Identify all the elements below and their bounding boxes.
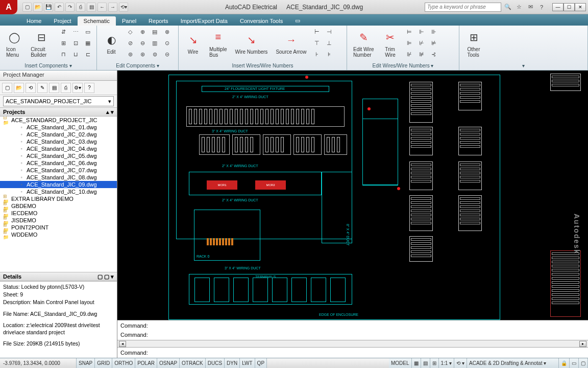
status-toggle-otrack[interactable]: OTRACK [180,358,206,368]
ribbon-small-btn[interactable]: ⊡ [70,38,81,49]
tree-file[interactable]: ▫ACE_Standard_JIC_08.dwg [0,174,117,181]
ribbon-small-btn[interactable]: ⊰ [428,50,439,60]
tab-output-icon[interactable]: ▭ [289,16,306,26]
infocenter-satellite-icon[interactable]: ✉ [526,3,535,12]
ribbon-small-btn[interactable]: ⊖ [137,38,148,49]
status-toggle-polar[interactable]: POLAR [135,358,157,368]
tree-folder[interactable]: ⊞ 📁POINT2POINT [0,224,117,231]
scroll-left-icon[interactable]: ◂ [119,341,126,347]
minimize-button[interactable]: — [552,3,564,11]
status-toggle-grid[interactable]: GRID [95,358,112,368]
ribbon-small-btn[interactable]: ⊛ [137,50,148,60]
status-misc-2-icon[interactable]: ▤ [421,358,430,368]
tree-file[interactable]: ▫ACE_Standard_JIC_06.dwg [0,159,117,167]
ribbon-small-btn[interactable]: ⊢ [311,27,323,37]
status-tray-icon[interactable]: ▭ [570,358,579,368]
ribbon-small-btn[interactable]: ⊯ [416,50,427,60]
ribbon-small-btn[interactable]: ⊏ [82,50,93,60]
ribbon-small-btn[interactable]: ▥ [149,38,160,49]
status-scale-icon[interactable]: 1:1 ▾ [439,358,455,368]
drawing-area[interactable]: — ☐ ✕ 24" FLOURESCENT LIGHT FIXTURE 2" X… [117,71,588,358]
status-toggle-dyn[interactable]: DYN [225,358,240,368]
tree-folder[interactable]: ⊞ 📁WDDEMO [0,231,117,238]
ribbon-small-btn[interactable]: ⊕ [137,27,148,37]
tab-import-export[interactable]: Import/Export Data [175,16,234,26]
tree-file[interactable]: ▫ACE_Standard_JIC_07.dwg [0,167,117,174]
infocenter-comm-icon[interactable]: ☆ [514,3,524,12]
ribbon-small-btn[interactable]: ⊦ [311,50,323,60]
pm-details-header[interactable]: Details▢ ▢ ▾ [0,272,117,281]
ribbon-small-btn[interactable]: ⊬ [416,38,427,49]
ribbon-small-btn[interactable]: ⊥ [324,38,335,49]
ribbon-small-btn[interactable]: ⊧ [324,50,335,60]
canvas[interactable]: 24" FLOURESCENT LIGHT FIXTURE 2" X 4" WI… [117,71,588,320]
ribbon-small-btn[interactable]: ⊜ [149,50,160,60]
pm-open-icon[interactable]: 📂 [14,83,24,93]
tab-panel[interactable]: Panel [116,16,142,26]
ribbon-small-btn[interactable]: ⊩ [416,27,427,37]
pm-project-dropdown[interactable]: ACE_STANDARD_PROJECT_JIC▾ [3,96,114,106]
search-input[interactable] [425,3,501,12]
multiple-bus-button[interactable]: ≡Multiple Bus [206,28,230,59]
group-expand-icon[interactable]: ▾ [459,61,587,70]
ribbon-small-btn[interactable]: ◇ [125,27,136,37]
status-clean-icon[interactable]: ▢ [579,358,588,368]
ribbon-small-btn[interactable]: ⊚ [125,50,136,60]
tree-file[interactable]: ▫ACE_Standard_JIC_03.dwg [0,138,117,145]
status-model[interactable]: MODEL [389,358,412,368]
ribbon-small-btn[interactable]: ▤ [149,27,160,37]
tab-project[interactable]: Project [47,16,77,26]
infocenter-help-icon[interactable]: ? [537,3,546,12]
tree-folder[interactable]: ⊞ 📁EXTRA LIBRARY DEMO [0,195,117,202]
status-toggle-ortho[interactable]: ORTHO [112,358,135,368]
pm-plot-icon[interactable]: ⎙ [61,83,71,93]
qat-print-icon[interactable]: ⎙ [76,3,85,12]
command-input[interactable]: Command: [120,348,585,357]
wire-numbers-button[interactable]: ↘Wire Numbers [232,31,271,56]
ribbon-small-btn[interactable]: ⊞ [58,38,69,49]
group-label-insert-components[interactable]: Insert Components ▾ [0,61,96,70]
ribbon-small-btn[interactable]: ⊨ [404,27,415,37]
qat-undo-icon[interactable]: ↶ [55,3,64,12]
wire-button[interactable]: ↘Wire [182,31,204,56]
pm-new-icon[interactable]: ▢ [2,83,12,93]
pm-help-icon[interactable]: ? [84,83,94,93]
ribbon-small-btn[interactable]: ⊤ [311,38,323,49]
ribbon-small-btn[interactable]: ⊪ [428,27,439,37]
ribbon-small-btn[interactable]: ⊣ [324,27,335,37]
pm-pub-icon[interactable]: ▤ [49,83,59,93]
maximize-button[interactable]: ☐ [564,3,575,11]
tab-schematic[interactable]: Schematic [78,16,116,26]
scroll-right-icon[interactable]: ▸ [579,341,586,347]
status-misc-1-icon[interactable]: ▦ [412,358,421,368]
ribbon-small-btn[interactable]: ⊘ [125,38,136,49]
qat-plot-icon[interactable]: ▤ [87,3,96,12]
ribbon-small-btn[interactable]: ⊔ [70,50,81,60]
qat-next-icon[interactable]: → [108,3,117,12]
tab-conversion[interactable]: Conversion Tools [234,16,289,26]
other-tools-button[interactable]: ⊞Other Tools [462,28,485,59]
circuit-builder-button[interactable]: ⊟Circuit Builder [28,28,56,59]
tree-folder[interactable]: ⊞ 📁JISDEMO [0,217,117,224]
ribbon-small-btn[interactable]: ⊮ [404,50,415,60]
group-label-edit-wires[interactable]: Edit Wires/Wire Numbers ▾ [347,61,459,70]
qat-prev-icon[interactable]: ← [97,3,107,12]
tab-reports[interactable]: Reports [142,16,175,26]
ribbon-small-btn[interactable]: ⊭ [428,38,439,49]
status-misc-3-icon[interactable]: ⊞ [430,358,439,368]
qat-proj-icon[interactable]: ⟲▾ [119,3,128,12]
edit-wire-number-button[interactable]: ✎Edit Wire Number [350,28,377,59]
ribbon-small-btn[interactable]: ⊫ [404,38,415,49]
status-workspace[interactable]: ACADE & 2D Drafting & Annotat ▾ [467,358,559,368]
tree-file[interactable]: ▫ACE_Standard_JIC_01.dwg [0,124,117,131]
qat-open-icon[interactable]: 📂 [33,3,42,12]
status-toggle-osnap[interactable]: OSNAP [157,358,180,368]
ribbon-small-btn[interactable]: ⊙ [161,38,173,49]
status-annoscale-icon[interactable]: ⟲ ▾ [454,358,467,368]
status-toggle-snap[interactable]: SNAP [77,358,95,368]
pm-refresh-icon[interactable]: ⟲ [26,83,36,93]
ribbon-small-btn[interactable]: ⊗ [161,27,173,37]
source-arrow-button[interactable]: →Source Arrow [273,31,309,56]
status-toggle-lwt[interactable]: LWT [240,358,255,368]
ribbon-small-btn[interactable]: ⋯ [70,27,81,37]
